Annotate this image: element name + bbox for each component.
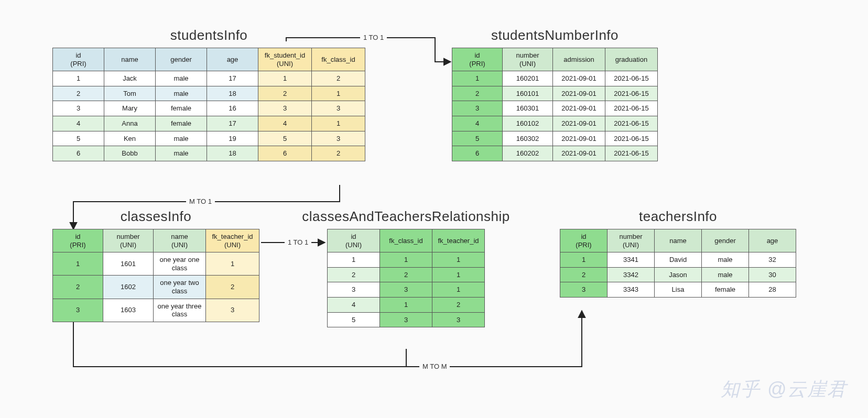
table-studentsInfo: studentsInfo id(PRI) name gender age fk_… xyxy=(52,27,365,161)
table-row: 2 160101 2021-09-01 2021-06-15 xyxy=(452,86,658,101)
table-row: 5 Ken male 19 5 3 xyxy=(53,131,365,146)
th-name: name xyxy=(655,229,702,252)
th-id: id(PRI) xyxy=(53,48,104,71)
th-number: number(UNI) xyxy=(103,229,154,252)
th-id: id(PRI) xyxy=(560,229,607,252)
table-title: studentsInfo xyxy=(52,27,365,43)
th-admission: admission xyxy=(553,48,605,71)
th-number: number(UNI) xyxy=(607,229,655,252)
table-classesAndTeachersRelationship: classesAndTeachersRelationship id(UNI) f… xyxy=(327,208,485,327)
table-title: studentsNumberInfo xyxy=(452,27,658,43)
table-row: 3 Mary female 16 3 3 xyxy=(53,101,365,116)
th-name: name xyxy=(104,48,156,71)
relationship-label-mtom: M TO M xyxy=(419,362,450,370)
watermark: 知乎 @云崖君 xyxy=(721,377,847,402)
table-teachersInfo: teachersInfo id(PRI) number(UNI) name ge… xyxy=(560,208,796,298)
er-diagram: 1 TO 1 M TO 1 1 TO 1 M TO M studentsInfo… xyxy=(0,0,868,418)
th-id: id(PRI) xyxy=(452,48,503,71)
table-row: 4 160102 2021-09-01 2021-06-15 xyxy=(452,116,658,131)
table-row: 5 160302 2021-09-01 2021-06-15 xyxy=(452,131,658,146)
table-row: 2 3342 Jason male 30 xyxy=(560,267,796,282)
table-title: classesInfo xyxy=(52,208,259,225)
th-graduation: graduation xyxy=(605,48,658,71)
th-name: name(UNI) xyxy=(154,229,206,252)
table-row: 6 160202 2021-09-01 2021-06-15 xyxy=(452,146,658,161)
table-row: 4 Anna female 17 4 1 xyxy=(53,116,365,131)
th-fk-class-id: fk_class_id xyxy=(380,229,432,252)
th-id: id(UNI) xyxy=(328,229,380,252)
table-row: 1 3341 David male 32 xyxy=(560,252,796,268)
table-row: 3 1603 one year three class 3 xyxy=(53,299,259,322)
th-gender: gender xyxy=(156,48,207,71)
th-fk-class-id: fk_class_id xyxy=(312,48,365,71)
table-row: 2 1602 one year two class 2 xyxy=(53,276,259,299)
table-row: 1 1 1 xyxy=(328,252,485,268)
table-row: 2 2 1 xyxy=(328,267,485,282)
table-row: 3 3343 Lisa female 28 xyxy=(560,282,796,298)
table-studentsNumberInfo: studentsNumberInfo id(PRI) number(UNI) a… xyxy=(452,27,658,161)
th-number: number(UNI) xyxy=(503,48,553,71)
relationship-label-1to1-b: 1 TO 1 xyxy=(285,238,311,246)
table-row: 1 Jack male 17 1 2 xyxy=(53,71,365,86)
th-id: id(PRI) xyxy=(53,229,103,252)
table-title: teachersInfo xyxy=(560,208,796,225)
table-row: 5 3 3 xyxy=(328,312,485,327)
table-title: classesAndTeachersRelationship xyxy=(301,208,511,225)
th-fk-teacher-id: fk_teacher_id xyxy=(432,229,485,252)
relationship-label-mto1: M TO 1 xyxy=(186,197,215,205)
th-fk-student-id: fk_student_id(UNI) xyxy=(258,48,312,71)
th-age: age xyxy=(749,229,796,252)
th-gender: gender xyxy=(702,229,749,252)
th-fk-teacher-id: fk_teacher_id(UNI) xyxy=(206,229,259,252)
table-classesInfo: classesInfo id(PRI) number(UNI) name(UNI… xyxy=(52,208,259,322)
table-row: 4 1 2 xyxy=(328,297,485,312)
th-age: age xyxy=(207,48,258,71)
table-row: 1 160201 2021-09-01 2021-06-15 xyxy=(452,71,658,86)
table-row: 2 Tom male 18 2 1 xyxy=(53,86,365,101)
table-row: 3 160301 2021-09-01 2021-06-15 xyxy=(452,101,658,116)
table-row: 1 1601 one year one class 1 xyxy=(53,252,259,276)
table-row: 6 Bobb male 18 6 2 xyxy=(53,146,365,161)
table-row: 3 3 1 xyxy=(328,282,485,298)
